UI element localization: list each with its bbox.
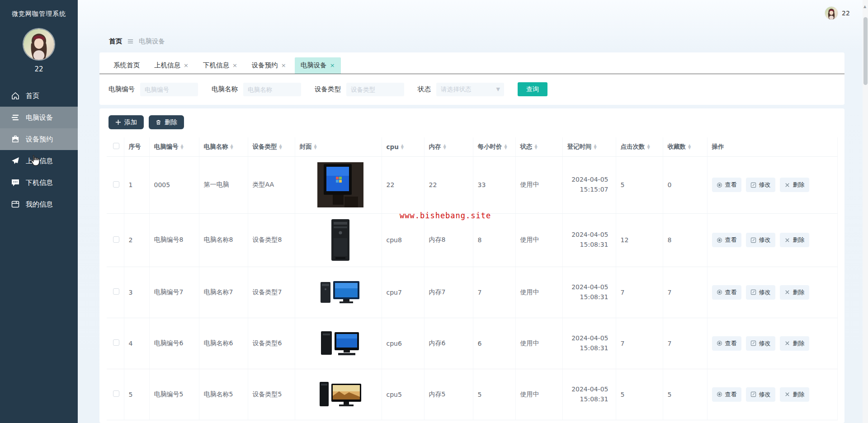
sort-caret-icon[interactable]: ▲▼ bbox=[647, 144, 650, 150]
cover-image bbox=[300, 330, 382, 357]
cell-text: 2024-04-05 bbox=[567, 385, 609, 395]
view-button[interactable]: 查看 bbox=[712, 387, 741, 402]
tab-close-icon[interactable]: × bbox=[232, 62, 237, 69]
sidebar-item-3[interactable]: 上机信息 bbox=[0, 150, 78, 172]
row-checkbox[interactable] bbox=[113, 236, 119, 243]
header-10[interactable]: 登记时间▲▼ bbox=[562, 137, 616, 156]
header-label: 收藏数 bbox=[668, 143, 686, 151]
row-checkbox[interactable] bbox=[113, 181, 119, 188]
user-avatar bbox=[23, 28, 55, 61]
topbar-avatar[interactable] bbox=[825, 6, 838, 20]
trash-icon bbox=[156, 119, 161, 125]
row-checkbox[interactable] bbox=[113, 339, 119, 346]
add-button[interactable]: 添加 bbox=[108, 115, 144, 129]
edit-button[interactable]: 修改 bbox=[746, 387, 775, 402]
edit-icon bbox=[750, 289, 756, 295]
sort-caret-icon[interactable]: ▲▼ bbox=[401, 144, 404, 150]
topbar-username: 22 bbox=[842, 9, 850, 17]
header-7[interactable]: 内存▲▼ bbox=[424, 137, 473, 156]
header-3[interactable]: 电脑名称▲▼ bbox=[199, 137, 248, 156]
cell-text: 2024-04-05 bbox=[567, 334, 609, 343]
cell-status: 使用中 bbox=[515, 267, 562, 318]
sidebar-item-0[interactable]: 首页 bbox=[0, 85, 78, 107]
delete-button[interactable]: 删除 bbox=[149, 115, 184, 129]
sidebar-item-2[interactable]: 设备预约 bbox=[0, 128, 78, 150]
cell-text: 1 bbox=[129, 181, 133, 188]
header-9[interactable]: 状态▲▼ bbox=[515, 137, 562, 156]
cell-favorites: 8 bbox=[663, 213, 707, 267]
delete-row-button[interactable]: 删除 bbox=[780, 387, 809, 402]
tab-label: 系统首页 bbox=[113, 61, 140, 70]
cell-status: 使用中 bbox=[515, 369, 562, 420]
sort-caret-icon[interactable]: ▲▼ bbox=[594, 144, 597, 150]
sort-caret-icon[interactable]: ▲▼ bbox=[314, 144, 317, 150]
breadcrumb-home[interactable]: 首页 bbox=[109, 37, 122, 46]
status-select-placeholder: 请选择状态 bbox=[441, 85, 472, 94]
status-select[interactable]: 请选择状态 ▼ bbox=[436, 83, 504, 96]
header-11[interactable]: 点击次数▲▼ bbox=[616, 137, 663, 156]
sidebar-item-5[interactable]: 我的信息 bbox=[0, 193, 78, 215]
page-scrollbar[interactable]: ▲ bbox=[863, 0, 868, 423]
cell-text: 电脑名称5 bbox=[204, 390, 233, 398]
cell-code: 电脑编号6 bbox=[149, 318, 199, 369]
tab-0[interactable]: 系统首页 bbox=[108, 57, 146, 74]
sort-caret-icon[interactable]: ▲▼ bbox=[443, 144, 446, 150]
tab-close-icon[interactable]: × bbox=[281, 62, 286, 69]
row-checkbox[interactable] bbox=[113, 390, 119, 397]
row-actions: 查看修改删除 bbox=[712, 285, 837, 300]
sidebar-item-label: 下机信息 bbox=[26, 179, 53, 187]
delete-row-button[interactable]: 删除 bbox=[780, 285, 809, 300]
cover-image bbox=[300, 218, 382, 262]
cell-text: 12 bbox=[621, 236, 629, 244]
sort-caret-icon[interactable]: ▲▼ bbox=[505, 144, 507, 150]
cell-actions: 查看修改删除 bbox=[707, 369, 837, 420]
header-6[interactable]: cpu▲▼ bbox=[382, 137, 424, 156]
sort-caret-icon[interactable]: ▲▼ bbox=[688, 144, 691, 150]
sort-caret-icon[interactable]: ▲▼ bbox=[279, 144, 282, 150]
tab-2[interactable]: 下机信息× bbox=[197, 57, 243, 74]
header-4[interactable]: 设备类型▲▼ bbox=[248, 137, 295, 156]
header-8[interactable]: 每小时价▲▼ bbox=[473, 137, 515, 156]
header-2[interactable]: 电脑编号▲▼ bbox=[149, 137, 199, 156]
delete-row-button[interactable]: 删除 bbox=[780, 178, 809, 192]
tab-3[interactable]: 设备预约× bbox=[246, 57, 292, 74]
scrollbar-thumb[interactable] bbox=[863, 17, 868, 85]
delete-row-button[interactable]: 删除 bbox=[780, 336, 809, 351]
topbar-user[interactable]: 22 bbox=[825, 6, 850, 20]
filter-input-2[interactable] bbox=[346, 83, 404, 96]
filter-input-1[interactable] bbox=[243, 83, 301, 96]
edit-button[interactable]: 修改 bbox=[746, 285, 775, 300]
tab-1[interactable]: 上机信息× bbox=[148, 57, 194, 74]
view-button[interactable]: 查看 bbox=[712, 336, 741, 351]
sort-caret-icon[interactable]: ▲▼ bbox=[535, 144, 538, 150]
header-5[interactable]: 封面▲▼ bbox=[295, 137, 382, 156]
search-button[interactable]: 查询 bbox=[518, 82, 547, 96]
scrollbar-up-arrow[interactable]: ▲ bbox=[863, 5, 866, 9]
sidebar-item-4[interactable]: 下机信息 bbox=[0, 172, 78, 193]
edit-button[interactable]: 修改 bbox=[746, 336, 775, 351]
delete-row-button[interactable]: 删除 bbox=[780, 233, 809, 247]
header-12[interactable]: 收藏数▲▼ bbox=[663, 137, 707, 156]
header-1: 序号 bbox=[124, 137, 149, 156]
header-label: cpu bbox=[387, 143, 399, 150]
view-button[interactable]: 查看 bbox=[712, 285, 741, 300]
filter-input-0[interactable] bbox=[140, 83, 198, 96]
sidebar-item-1[interactable]: 电脑设备 bbox=[0, 107, 78, 128]
cell-code: 电脑编号8 bbox=[149, 213, 199, 267]
edit-button[interactable]: 修改 bbox=[746, 233, 775, 247]
eye-icon bbox=[717, 182, 722, 188]
edit-button[interactable]: 修改 bbox=[746, 178, 775, 192]
tab-close-icon[interactable]: × bbox=[184, 62, 189, 69]
sort-caret-icon[interactable]: ▲▼ bbox=[231, 144, 233, 150]
home-icon bbox=[11, 91, 20, 100]
view-button[interactable]: 查看 bbox=[712, 233, 741, 247]
cell-text: 2024-04-05 bbox=[567, 282, 609, 292]
table-row: 5电脑编号5电脑名称5设备类型5cpu5内存55使用中2024-04-0515:… bbox=[107, 369, 837, 420]
row-checkbox[interactable] bbox=[113, 288, 119, 295]
view-button[interactable]: 查看 bbox=[712, 178, 741, 192]
select-all-checkbox[interactable] bbox=[113, 143, 119, 149]
cell-type: 类型AA bbox=[248, 156, 295, 213]
tab-close-icon[interactable]: × bbox=[330, 62, 335, 69]
sort-caret-icon[interactable]: ▲▼ bbox=[181, 144, 184, 150]
tab-4[interactable]: 电脑设备× bbox=[295, 57, 341, 74]
